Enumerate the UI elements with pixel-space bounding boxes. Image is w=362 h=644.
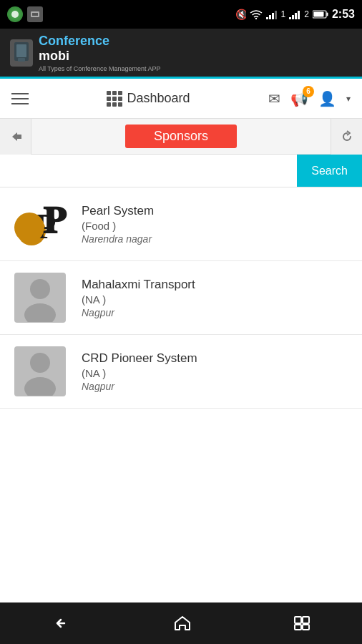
svg-point-21 [30,279,50,299]
svg-text:🔇: 🔇 [235,9,246,20]
sponsors-title: Sponsors [125,125,237,148]
svg-point-24 [24,377,56,396]
svg-rect-26 [303,617,309,623]
svg-point-4 [255,18,256,19]
logo-mobi: mobi [39,49,69,63]
svg-rect-7 [272,13,274,19]
chevron-down-icon: ▾ [346,94,351,104]
svg-rect-8 [275,11,277,19]
svg-rect-6 [269,15,271,19]
app-logo: Conference mobi All Types of Conference … [39,34,160,72]
sponsor-location: Narendra nagar [82,233,154,245]
avatar-svg [16,347,64,396]
user-icon[interactable]: 👤 [318,90,336,107]
sponsor-name: Mahalaxmi Transport [82,278,195,292]
status-bar: 🔇 1 2 2:53 [0,0,362,29]
table-row[interactable]: 𝐏 P Pearl System (Food ) Narendra nagar [0,187,362,261]
status-bar-left [7,6,43,22]
status-bar-right: 🔇 1 2 2:53 [235,8,355,21]
avatar-svg [16,273,64,322]
svg-rect-17 [16,44,26,57]
nav-icons: ✉ 📢 6 👤 ▾ [268,90,351,107]
svg-rect-25 [295,617,301,623]
battery-icon [313,10,328,19]
search-button[interactable]: Search [297,155,362,187]
home-button[interactable] [168,610,197,637]
svg-rect-28 [303,625,309,630]
svg-rect-12 [298,11,300,19]
logo-conf: Conference [39,34,109,48]
avatar [14,346,66,396]
avatar [14,273,66,323]
svg-rect-5 [266,17,268,19]
svg-rect-9 [289,17,291,19]
recents-button[interactable] [288,610,316,637]
sponsor-info-pearl: Pearl System (Food ) Narendra nagar [82,204,154,245]
nav-dashboard: Dashboard [29,91,268,107]
bell-wrapper[interactable]: 📢 6 [290,90,308,107]
sponsor-logo-crd [11,346,69,396]
back-button[interactable] [46,610,77,637]
sponsor-name: CRD Pioneer System [82,351,197,366]
logo-icon [10,39,33,67]
signal-2-icon [289,10,300,19]
table-row[interactable]: Mahalaxmi Transport (NA ) Nagpur [0,261,362,335]
sponsor-category: (NA ) [82,293,195,306]
status-icon-1 [7,6,23,22]
svg-rect-14 [326,13,328,16]
svg-rect-18 [18,58,25,62]
sponsors-refresh-button[interactable] [331,119,362,155]
sponsor-logo-mahalaxmi [11,273,69,323]
sponsor-info-mahalaxmi: Mahalaxmi Transport (NA ) Nagpur [82,278,195,318]
sponsors-title-area: Sponsors [31,125,331,148]
logo-sub: All Types of Conference Management APP [39,65,160,72]
sponsor-location: Nagpur [82,381,197,392]
signal-2-label: 2 [304,9,309,19]
nav-title: Dashboard [127,91,190,106]
sponsor-category: (Food ) [82,220,154,232]
mute-icon: 🔇 [235,9,246,20]
mail-icon[interactable]: ✉ [268,90,280,107]
sponsors-prev-button[interactable] [0,119,31,155]
wifi-icon [250,9,263,19]
time-display: 2:53 [332,8,355,21]
svg-rect-2 [32,13,38,16]
status-icon-2 [27,6,43,22]
pearl-letter: 𝐏 [43,203,66,240]
bottom-nav [0,602,362,644]
search-input[interactable] [0,155,297,187]
hamburger-menu[interactable] [11,93,29,104]
svg-point-23 [30,353,50,373]
svg-rect-11 [295,13,297,19]
sponsor-location: Nagpur [82,307,195,318]
pearl-circle [14,213,44,243]
sponsors-bar: Sponsors [0,119,362,155]
table-row[interactable]: CRD Pioneer System (NA ) Nagpur [0,335,362,409]
notification-badge: 6 [303,86,314,97]
grid-icon [107,91,122,107]
sponsor-name: Pearl System [82,204,154,218]
svg-rect-27 [295,625,301,630]
signal-1-icon [266,10,278,19]
signal-label: 1 [281,9,286,19]
svg-point-0 [11,11,19,18]
nav-bar: Dashboard ✉ 📢 6 👤 ▾ [0,79,362,119]
sponsor-info-crd: CRD Pioneer System (NA ) Nagpur [82,351,197,392]
sponsor-list: 𝐏 P Pearl System (Food ) Narendra nagar [0,187,362,409]
search-bar: Search [0,155,362,187]
svg-rect-15 [313,12,323,17]
sponsor-category: (NA ) [82,367,197,379]
svg-rect-10 [292,15,294,19]
sponsor-logo-pearl: 𝐏 P [11,199,69,249]
app-header: Conference mobi All Types of Conference … [0,29,362,79]
svg-point-22 [24,303,56,322]
logo-name: Conference mobi [39,34,160,64]
